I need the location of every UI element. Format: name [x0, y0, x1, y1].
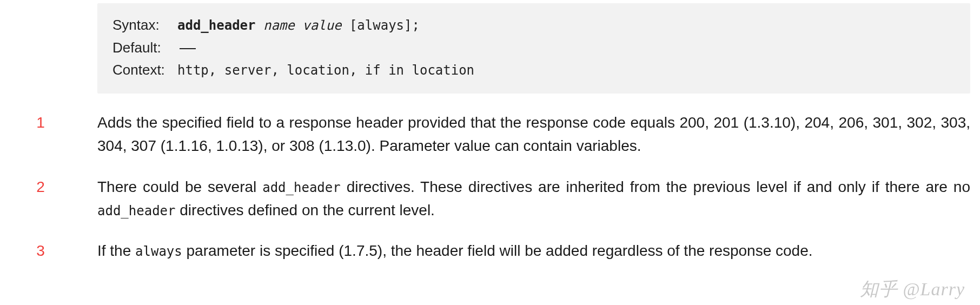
paragraph-number: 3 — [0, 242, 81, 260]
directive-args: name value — [263, 18, 342, 33]
context-label: Context: — [112, 59, 177, 82]
content-column: Syntax: add_header name value [always]; … — [97, 3, 970, 263]
watermark: 知乎 @Larry — [860, 277, 965, 302]
context-value: http, server, location, if in location — [177, 60, 474, 81]
inline-code: add_header — [262, 180, 341, 195]
text-run: If the — [97, 242, 135, 259]
syntax-value: add_header name value [always]; — [177, 15, 420, 36]
paragraph-number: 2 — [0, 178, 81, 196]
default-value — [177, 38, 196, 58]
inline-code: add_header — [97, 203, 176, 218]
text-run: parameter is specified (1.7.5), the head… — [182, 242, 813, 259]
text-run: There could be several — [97, 178, 262, 195]
syntax-row: Syntax: add_header name value [always]; — [112, 14, 955, 37]
syntax-label: Syntax: — [112, 14, 177, 37]
dash-icon — [180, 48, 196, 49]
directive-name: add_header — [177, 18, 256, 33]
description-paragraph-1: Adds the specified field to a response h… — [97, 111, 970, 158]
directive-optional: [always]; — [349, 18, 420, 33]
doc-page: Syntax: add_header name value [always]; … — [0, 3, 980, 305]
paragraph-number: 1 — [0, 114, 81, 131]
description-paragraph-2: There could be several add_header direct… — [97, 175, 970, 222]
description-paragraph-3: If the always parameter is specified (1.… — [97, 239, 970, 262]
default-row: Default: — [112, 37, 955, 59]
directive-definition-box: Syntax: add_header name value [always]; … — [97, 3, 970, 94]
default-label: Default: — [112, 37, 177, 59]
context-row: Context: http, server, location, if in l… — [112, 59, 955, 82]
text-run: directives. These directives are inherit… — [341, 178, 970, 195]
text-run: directives defined on the current level. — [176, 202, 435, 218]
inline-code: always — [135, 244, 182, 259]
